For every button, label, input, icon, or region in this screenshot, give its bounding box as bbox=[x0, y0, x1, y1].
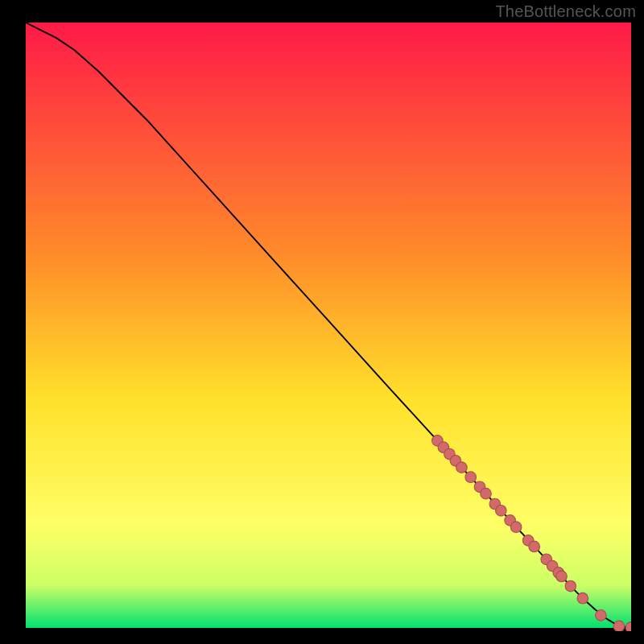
data-point bbox=[577, 592, 588, 604]
data-point bbox=[565, 580, 576, 592]
data-point bbox=[529, 541, 540, 552]
plot-overlay bbox=[26, 23, 631, 631]
attribution-label: TheBottleneck.com bbox=[495, 2, 636, 21]
data-point bbox=[496, 506, 507, 517]
data-point bbox=[613, 621, 625, 631]
data-point bbox=[510, 522, 522, 533]
bottleneck-curve bbox=[26, 23, 631, 627]
data-point bbox=[625, 622, 631, 631]
data-point bbox=[556, 571, 568, 582]
chart-root: TheBottleneck.com bbox=[0, 0, 644, 644]
data-points bbox=[432, 436, 631, 631]
data-point bbox=[596, 610, 607, 621]
data-point bbox=[465, 472, 477, 483]
data-point bbox=[456, 462, 468, 473]
data-point bbox=[481, 488, 492, 499]
plot-area bbox=[26, 23, 631, 631]
